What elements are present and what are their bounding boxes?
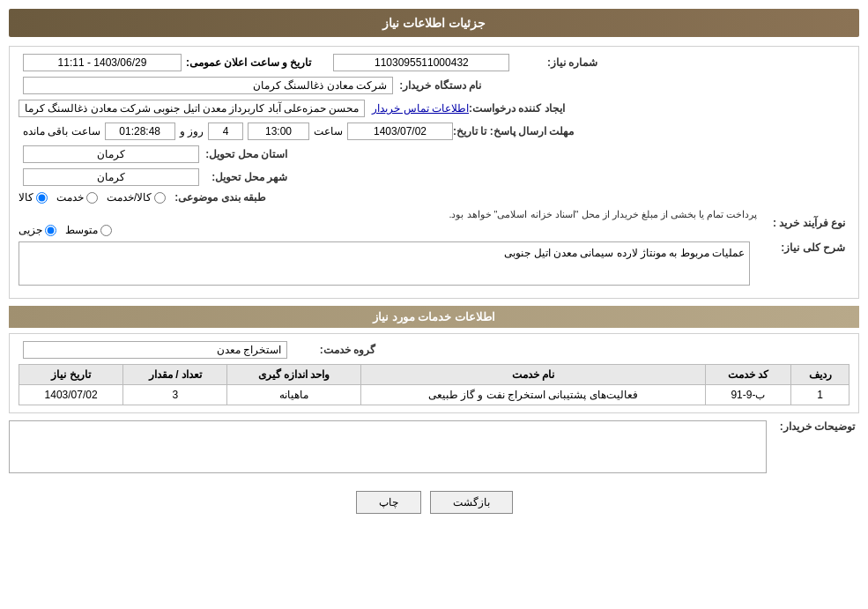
deadline-time-label: ساعت [314,125,343,137]
announcement-value: 1403/06/29 - 11:11 [23,54,182,71]
creator-value: محسن حمزه‌علی آباد کاربرداز معدن اتیل جن… [19,100,365,117]
category-label-kala: کالا [19,191,33,204]
city-value: کرمان [23,168,199,186]
back-button[interactable]: بازگشت [430,491,513,514]
process-radio-jozi[interactable] [45,225,56,236]
category-row: طبقه بندی موضوعی: کالا/خدمت خدمت کالا [19,191,849,204]
cell-date: 1403/07/02 [19,385,123,405]
deadline-time: 13:00 [248,123,309,140]
creator-label: ایجاد کننده درخواست: [469,102,565,115]
province-label: استان محل تحویل: [199,148,287,160]
province-value: کرمان [23,145,199,163]
deadline-label: مهلت ارسال پاسخ: تا تاریخ: [453,125,574,137]
province-row: استان محل تحویل: کرمان [19,145,849,163]
announcement-label: تاریخ و ساعت اعلان عمومی: [186,56,311,69]
service-group-value: استخراج معدن [23,341,287,359]
description-row: شرح کلی نیاز: عملیات مربوط به مونتاژ لار… [19,241,849,286]
services-table: ردیف کد خدمت نام خدمت واحد اندازه گیری ت… [19,364,849,405]
category-radio-kala-khedmat[interactable] [154,192,166,204]
description-label: شرح کلی نیاز: [757,241,845,254]
col-header-qty: تعداد / مقدار [123,365,227,385]
city-row: شهر محل تحویل: کرمان [19,168,849,186]
cell-row: 1 [791,385,849,405]
service-group-label: گروه خدمت: [287,344,375,356]
need-number-value: 1103095511000432 [333,54,509,71]
col-header-date: تاریخ نیاز [19,365,123,385]
process-radio-motasat[interactable] [100,225,112,236]
need-number-row: شماره نیاز: 1103095511000432 تاریخ و ساع… [19,54,849,71]
page-header: جزئیات اطلاعات نیاز [9,9,859,37]
process-option-jozi[interactable]: جزیی [19,224,56,236]
process-row: نوع فرآیند خرید : پرداخت تمام یا بخشی از… [19,209,849,236]
buyer-notes-row: توضیحات خریدار: [9,420,859,473]
category-option-kala[interactable]: کالا [19,191,48,204]
category-radio-kala[interactable] [36,192,48,204]
cell-qty: 3 [123,385,227,405]
category-label-khedmat: خدمت [56,191,84,204]
remaining-label: ساعت باقی مانده [23,125,100,137]
process-option-motasat[interactable]: متوسط [65,224,112,236]
creator-row: ایجاد کننده درخواست: اطلاعات تماس خریدار… [19,100,849,117]
category-option-khedmat[interactable]: خدمت [56,191,98,204]
col-header-code: کد خدمت [705,365,790,385]
category-option-kala-khedmat[interactable]: کالا/خدمت [107,191,166,204]
button-row: بازگشت چاپ [9,482,859,523]
process-note: پرداخت تمام یا بخشی از مبلغ خریدار از مح… [19,209,757,220]
deadline-days-label: روز و [180,125,204,137]
contact-link[interactable]: اطلاعات تماس خریدار [372,102,469,115]
deadline-days: 4 [208,123,243,140]
buyer-org-row: نام دستگاه خریدار: شرکت معادن ذغالسنگ کر… [19,77,849,94]
deadline-date: 1403/07/02 [347,123,453,140]
col-header-row: ردیف [791,365,849,385]
need-info-section: شماره نیاز: 1103095511000432 تاریخ و ساع… [9,46,859,299]
print-button[interactable]: چاپ [356,491,421,514]
table-row: 1 ب-9-91 فعالیت‌های پشتیبانی استخراج نفت… [19,385,849,405]
category-label-kala-khedmat: کالا/خدمت [107,191,152,204]
services-header: اطلاعات خدمات مورد نیاز [9,306,859,328]
cell-code: ب-9-91 [705,385,790,405]
buyer-notes-label: توضیحات خریدار: [767,420,855,433]
process-label: نوع فرآیند خرید : [757,217,845,229]
service-group-row: گروه خدمت: استخراج معدن [19,341,849,359]
col-header-unit: واحد اندازه گیری [227,365,360,385]
services-section: گروه خدمت: استخراج معدن ردیف کد خدمت نام… [9,333,859,413]
cell-name: فعالیت‌های پشتیبانی استخراج نفت و گاز طب… [360,385,705,405]
cell-unit: ماهیانه [227,385,360,405]
remaining-time: 01:28:48 [105,123,175,140]
buyer-org-value: شرکت معادن ذغالسنگ کرمان [23,77,393,94]
category-radio-khedmat[interactable] [86,192,98,204]
buyer-notes-textarea[interactable] [9,420,767,473]
buyer-org-label: نام دستگاه خریدار: [393,79,481,92]
process-label-jozi: جزیی [19,224,42,236]
city-label: شهر محل تحویل: [199,171,287,183]
process-label-motasat: متوسط [65,224,98,236]
col-header-name: نام خدمت [360,365,705,385]
description-value: عملیات مربوط به مونتاژ لارده سیمانی معدن… [19,241,750,286]
need-number-label: شماره نیاز: [509,56,597,69]
deadline-row: مهلت ارسال پاسخ: تا تاریخ: 1403/07/02 سا… [19,123,849,140]
category-label: طبقه بندی موضوعی: [174,191,266,204]
